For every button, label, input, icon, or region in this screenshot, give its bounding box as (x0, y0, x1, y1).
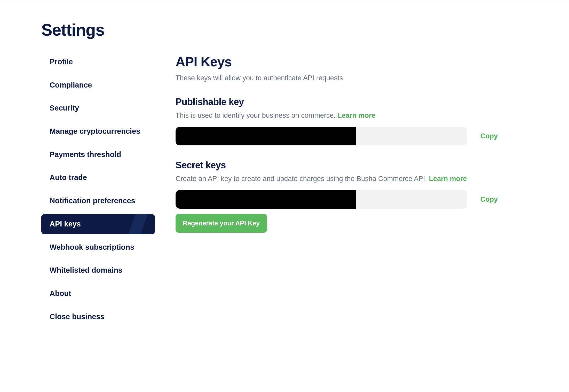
sidebar-item-label: Profile (50, 58, 73, 66)
secret-copy-button[interactable]: Copy (477, 193, 501, 206)
secret-keys-section: Secret keys Create an API key to create … (176, 160, 501, 233)
sidebar-item-label: About (50, 289, 71, 297)
sidebar-item-auto-trade[interactable]: Auto trade (41, 168, 155, 188)
sidebar-item-whitelisted-domains[interactable]: Whitelisted domains (41, 260, 155, 280)
sidebar-item-profile[interactable]: Profile (41, 52, 155, 72)
page-title: Settings (41, 20, 528, 40)
sidebar-item-label: Auto trade (50, 173, 87, 182)
secret-key-redacted (176, 190, 356, 209)
secret-keys-desc-text: Create an API key to create and update c… (176, 175, 429, 183)
sidebar-item-label: Security (50, 104, 79, 112)
sidebar-item-manage-crypto[interactable]: Manage cryptocurrencies (41, 121, 155, 142)
publishable-key-title: Publishable key (176, 97, 501, 107)
publishable-learn-more-link[interactable]: Learn more (337, 112, 375, 119)
sidebar-item-label: Whitelisted domains (50, 266, 122, 274)
sidebar-item-label: Notification preferences (50, 197, 135, 205)
sidebar-item-security[interactable]: Security (41, 98, 155, 118)
sidebar-item-close-business[interactable]: Close business (41, 307, 155, 327)
main-content: API Keys These keys will allow you to au… (176, 52, 501, 330)
main-subtitle: These keys will allow you to authenticat… (176, 74, 501, 82)
secret-key-field[interactable] (176, 190, 467, 209)
secret-keys-title: Secret keys (176, 160, 501, 171)
publishable-copy-button[interactable]: Copy (477, 130, 501, 142)
settings-sidebar: Profile Compliance Security Manage crypt… (41, 52, 155, 330)
sidebar-item-notification-prefs[interactable]: Notification preferences (41, 191, 155, 211)
secret-learn-more-link[interactable]: Learn more (429, 175, 467, 183)
sidebar-item-payments-threshold[interactable]: Payments threshold (41, 145, 155, 165)
publishable-key-redacted (176, 127, 356, 145)
sidebar-item-compliance[interactable]: Compliance (41, 75, 155, 95)
sidebar-item-webhook-subs[interactable]: Webhook subscriptions (41, 237, 155, 257)
publishable-key-section: Publishable key This is used to identify… (176, 97, 501, 145)
publishable-key-field[interactable] (176, 127, 467, 145)
publishable-key-desc: This is used to identify your business o… (176, 112, 501, 120)
secret-key-row: Copy (176, 190, 501, 209)
main-title: API Keys (176, 54, 501, 69)
sidebar-item-label: Payments threshold (50, 150, 121, 159)
sidebar-item-label: API keys (50, 220, 81, 228)
sidebar-item-label: Webhook subscriptions (50, 243, 134, 251)
sidebar-item-api-keys[interactable]: API keys (41, 214, 155, 234)
sidebar-item-about[interactable]: About (41, 284, 155, 304)
secret-keys-desc: Create an API key to create and update c… (176, 175, 501, 183)
regenerate-api-key-button[interactable]: Regenerate your API Key (176, 214, 267, 233)
sidebar-item-label: Close business (50, 312, 105, 321)
publishable-key-desc-text: This is used to identify your business o… (176, 112, 337, 119)
publishable-key-row: Copy (176, 127, 501, 145)
sidebar-item-label: Compliance (50, 81, 92, 89)
sidebar-item-label: Manage cryptocurrencies (50, 127, 140, 135)
